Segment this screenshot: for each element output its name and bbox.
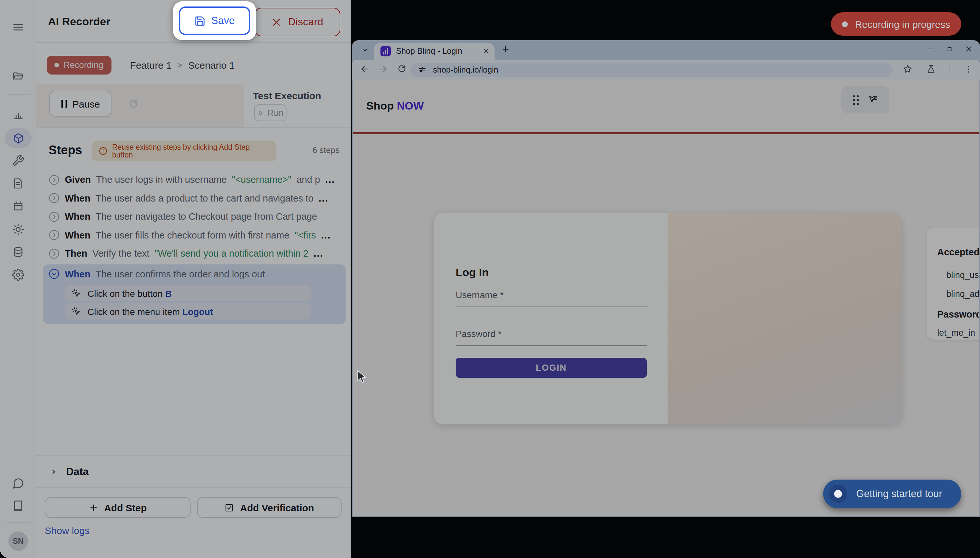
browser-tab[interactable]: Shop Blinq - Login xyxy=(374,43,494,60)
show-logs-link[interactable]: Show logs xyxy=(45,525,89,536)
sidebar-item-chat[interactable] xyxy=(12,477,24,490)
accepted-usernames-card: Accepted usernames are: blinq_userblinq_… xyxy=(927,228,979,340)
refresh-icon[interactable] xyxy=(128,98,139,109)
run-button[interactable]: Run xyxy=(254,104,286,121)
recorded-substep[interactable]: Click on the button B xyxy=(65,285,311,301)
divider xyxy=(244,85,245,126)
tab-close-icon[interactable] xyxy=(483,48,489,54)
sidebar-item-book[interactable] xyxy=(12,500,24,512)
bookmark-star-icon[interactable] xyxy=(903,64,913,74)
step-text: The user fills the checkout form with fi… xyxy=(95,230,289,240)
reload-icon[interactable] xyxy=(397,64,406,73)
kebab-menu-icon[interactable] xyxy=(964,64,973,74)
pause-button[interactable]: Pause xyxy=(49,91,112,117)
save-floppy-icon xyxy=(194,15,205,26)
page-title: AI Recorder xyxy=(48,16,110,28)
site-logo[interactable]: Shop NOW xyxy=(366,100,424,113)
sidebar-item-bar-chart[interactable] xyxy=(12,108,24,121)
sidebar-item-package[interactable] xyxy=(5,128,32,148)
selected-step-group: WhenThe user confirms the order and logs… xyxy=(43,264,346,324)
pointer-inspect-icon[interactable] xyxy=(868,95,878,105)
add-step-button[interactable]: Add Step xyxy=(45,497,190,518)
step-row[interactable]: WhenThe user navigates to Checkout page … xyxy=(43,207,346,226)
sidebar-item-folder[interactable] xyxy=(12,70,24,83)
recording-dot-icon xyxy=(842,21,848,27)
accepted-username: blinq_admin xyxy=(946,289,979,299)
maximize-icon[interactable] xyxy=(946,46,953,52)
chevron-right-circle-icon[interactable] xyxy=(49,211,60,222)
sidebar-item-menu[interactable] xyxy=(11,21,25,34)
recorder-floating-widget[interactable] xyxy=(841,86,889,113)
browser-tab-strip: Shop Blinq - Login xyxy=(352,40,980,60)
accepted-username: blinq_user xyxy=(946,270,979,280)
cursor-click-icon xyxy=(71,307,81,316)
password-field[interactable]: Password * xyxy=(456,328,502,339)
step-row[interactable]: GivenThe user logs in with username"<use… xyxy=(43,171,346,189)
shop-blinq-page: Shop NOW Accepted usernames are: blinq_u… xyxy=(353,80,979,516)
login-card: Accepted usernames are: blinq_userblinq_… xyxy=(434,213,901,424)
username-field[interactable]: Username * xyxy=(456,290,504,300)
icon-sidebar: SN xyxy=(0,0,36,558)
data-section-toggle[interactable]: Data xyxy=(36,459,351,485)
screen: SN AI Recorder Discard Recording Feature… xyxy=(0,0,980,558)
save-button[interactable]: Save xyxy=(179,7,250,35)
chevron-right-circle-icon[interactable] xyxy=(49,174,60,185)
getting-started-tour-button[interactable]: Getting started tour xyxy=(823,479,961,508)
shop-blinq-favicon xyxy=(381,46,391,56)
username-underline xyxy=(456,307,647,307)
address-bar[interactable]: shop-blinq.io/login xyxy=(410,62,893,77)
chevron-right-circle-icon[interactable] xyxy=(49,248,60,259)
sidebar-item-database[interactable] xyxy=(12,246,24,258)
tab-search-chevron-icon[interactable] xyxy=(358,44,371,56)
ai-recorder-window: SN AI Recorder Discard Recording Feature… xyxy=(0,0,351,558)
login-heading: Log In xyxy=(456,266,489,279)
step-keyword: When xyxy=(65,193,90,204)
steps-heading: Steps xyxy=(49,143,82,158)
step-row[interactable]: ThenVerify the text"We'll send you a not… xyxy=(43,245,346,263)
step-row[interactable]: WhenThe user adds a product to the cart … xyxy=(43,189,346,207)
divider xyxy=(950,64,950,74)
breadcrumb-feature[interactable]: Feature 1 xyxy=(130,59,171,70)
substep-target: Logout xyxy=(182,306,213,317)
step-text: The user confirms the order and logs out xyxy=(95,269,265,279)
step-keyword: When xyxy=(65,230,90,240)
recorder-main-panel: AI Recorder Discard Recording Feature 1 … xyxy=(36,0,351,558)
sidebar-item-file[interactable] xyxy=(12,177,24,190)
divider xyxy=(36,455,351,456)
recorder-toolbar: Pause Test Execution Run xyxy=(36,84,351,127)
step-text: The user navigates to Checkout page from… xyxy=(95,212,317,222)
add-verification-button[interactable]: Add Verification xyxy=(197,497,341,518)
sidebar-item-gear[interactable] xyxy=(12,269,24,281)
breadcrumb: Feature 1 > Scenario 1 xyxy=(130,59,235,70)
step-row-selected[interactable]: WhenThe user confirms the order and logs… xyxy=(43,265,342,283)
flask-icon[interactable] xyxy=(926,64,936,74)
chevron-right-circle-icon[interactable] xyxy=(49,193,60,204)
breadcrumb-scenario[interactable]: Scenario 1 xyxy=(188,59,235,70)
step-text: Verify the text xyxy=(92,249,149,259)
drag-handle-icon[interactable] xyxy=(853,95,859,105)
chevron-right-circle-icon[interactable] xyxy=(49,230,60,241)
discard-button[interactable]: Discard xyxy=(255,8,340,36)
site-settings-icon[interactable] xyxy=(418,66,427,74)
new-tab-icon[interactable] xyxy=(501,45,510,54)
sidebar-item-calendar[interactable] xyxy=(12,200,24,212)
avatar[interactable]: SN xyxy=(8,532,28,551)
login-button[interactable]: LOGIN xyxy=(456,358,647,378)
minimize-icon[interactable] xyxy=(927,45,934,53)
chevron-down-circle-icon[interactable] xyxy=(49,269,60,280)
recorded-substep[interactable]: Click on the menu item Logout xyxy=(65,303,311,320)
forward-icon[interactable] xyxy=(379,64,388,74)
site-header: Shop NOW xyxy=(353,80,979,132)
x-icon xyxy=(272,17,282,27)
step-row[interactable]: WhenThe user fills the checkout form wit… xyxy=(43,226,346,245)
step-ellipsis: ... xyxy=(314,249,323,259)
substep-text: Click on the menu item Logout xyxy=(87,306,213,317)
steps-list: GivenThe user logs in with username"<use… xyxy=(43,171,346,324)
steps-notice: Reuse existing steps by clicking Add Ste… xyxy=(92,141,276,161)
close-icon[interactable] xyxy=(965,45,972,53)
back-icon[interactable] xyxy=(360,64,369,74)
sidebar-item-wrench[interactable] xyxy=(12,154,24,167)
sidebar-divider xyxy=(7,522,30,523)
sidebar-item-sun-gear[interactable] xyxy=(12,223,24,236)
divider xyxy=(36,127,351,128)
